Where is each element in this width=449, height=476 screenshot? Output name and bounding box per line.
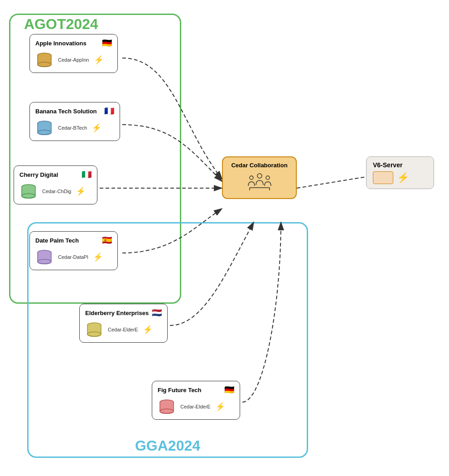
elderberry-bolt-icon: ⚡ (143, 325, 153, 335)
datepalm-node-body: Cedar-DataPl ⚡ (35, 248, 112, 266)
banana-node-body: Cedar-BTech ⚡ (35, 119, 114, 137)
elderberry-node-title: Elderberry Enterprises 🇳🇱 (85, 308, 162, 318)
datepalm-flag: 🇪🇸 (102, 235, 112, 245)
svg-point-14 (266, 176, 270, 180)
v6-bolt-icon: ⚡ (397, 172, 409, 184)
banana-bolt-icon: ⚡ (92, 123, 101, 133)
svg-point-13 (250, 176, 253, 180)
fig-node-title: Fig Future Tech 🇩🇪 (158, 385, 234, 395)
banana-flag: 🇫🇷 (104, 106, 114, 116)
apple-node-title: Apple Innovations 🇩🇪 (35, 38, 112, 48)
v6-node: V6-Server ⚡ (366, 156, 434, 189)
cherry-node: Cherry Digital 🇮🇹 Cedar-ChDig ⚡ (14, 165, 97, 204)
fig-node: Fig Future Tech 🇩🇪 Cedar-ElderE ⚡ (152, 381, 240, 420)
group-gga-label: GGA2024 (135, 437, 200, 454)
cherry-node-title: Cherry Digital 🇮🇹 (19, 170, 92, 180)
cherry-node-label: Cedar-ChDig (42, 189, 71, 194)
cherry-db-icon (19, 182, 38, 200)
apple-node-label: Cedar-AppInn (58, 57, 89, 63)
svg-point-9 (87, 332, 101, 336)
banana-node: Banana Tech Solution 🇫🇷 Cedar-BTech ⚡ (29, 102, 120, 141)
cherry-flag: 🇮🇹 (82, 170, 92, 180)
apple-node-body: Cedar-AppInn ⚡ (35, 51, 112, 69)
fig-node-label: Cedar-ElderE (180, 404, 211, 409)
banana-node-label: Cedar-BTech (58, 125, 87, 131)
fig-db-icon (158, 398, 176, 416)
elderberry-flag: 🇳🇱 (152, 308, 162, 318)
svg-point-3 (38, 130, 51, 135)
people-svg (246, 171, 273, 192)
datepalm-db-icon (35, 248, 53, 266)
elderberry-node: Elderberry Enterprises 🇳🇱 Cedar-ElderE ⚡ (79, 304, 168, 343)
elderberry-db-icon (85, 321, 103, 339)
svg-point-1 (38, 62, 51, 67)
apple-node: Apple Innovations 🇩🇪 Cedar-AppInn ⚡ (29, 34, 118, 73)
v6-node-body: ⚡ (373, 171, 427, 184)
cedar-node: Cedar Collaboration (222, 156, 297, 199)
cherry-bolt-icon: ⚡ (76, 186, 86, 196)
cedar-node-title: Cedar Collaboration (229, 162, 290, 169)
cherry-node-body: Cedar-ChDig ⚡ (19, 182, 92, 200)
datepalm-node-title: Date Palm Tech 🇪🇸 (35, 235, 112, 245)
elderberry-node-body: Cedar-ElderE ⚡ (85, 321, 162, 339)
apple-flag: 🇩🇪 (102, 38, 112, 48)
svg-point-7 (38, 259, 51, 264)
svg-point-11 (160, 409, 174, 413)
apple-db-icon (35, 51, 53, 69)
datepalm-node: Date Palm Tech 🇪🇸 Cedar-DataPl ⚡ (29, 231, 118, 270)
v6-node-title: V6-Server (373, 161, 427, 169)
group-agot-label: AGOT2024 (24, 16, 98, 33)
fig-flag: 🇩🇪 (224, 385, 234, 395)
elderberry-node-label: Cedar-ElderE (108, 327, 138, 332)
cedar-people-icon (229, 171, 290, 194)
banana-db-icon (35, 119, 53, 137)
svg-point-5 (22, 194, 35, 198)
diagram-container: AGOT2024 GGA2024 Apple Innovations 🇩🇪 Ce… (0, 0, 449, 476)
fig-bolt-icon: ⚡ (215, 402, 225, 412)
fig-node-body: Cedar-ElderE ⚡ (158, 398, 234, 416)
apple-bolt-icon: ⚡ (94, 55, 104, 65)
svg-point-12 (257, 174, 262, 178)
v6-server-box (373, 171, 393, 184)
arrow-cedar-v6 (297, 177, 366, 188)
datepalm-bolt-icon: ⚡ (93, 252, 103, 262)
banana-node-title: Banana Tech Solution 🇫🇷 (35, 106, 114, 116)
datepalm-node-label: Cedar-DataPl (58, 254, 88, 260)
